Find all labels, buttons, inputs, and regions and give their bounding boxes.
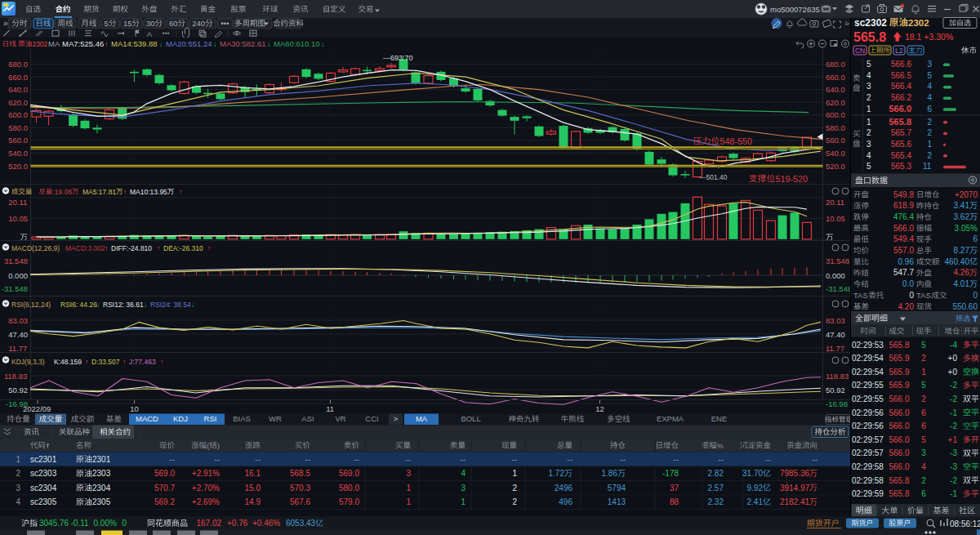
svg-text:2.57: 2.57 bbox=[708, 484, 724, 493]
svg-text:sc2304: sc2304 bbox=[30, 484, 57, 493]
svg-text:02:29:53: 02:29:53 bbox=[852, 341, 884, 350]
svg-text:6: 6 bbox=[921, 489, 926, 498]
svg-text:565.6: 565.6 bbox=[891, 140, 911, 149]
svg-text:MA60:610.10: MA60:610.10 bbox=[274, 39, 320, 48]
svg-text:0.96: 0.96 bbox=[898, 257, 915, 266]
svg-text:10: 10 bbox=[130, 404, 139, 413]
svg-text:+2.91%: +2.91% bbox=[192, 469, 220, 478]
svg-text:5: 5 bbox=[105, 19, 109, 28]
svg-text:3: 3 bbox=[866, 140, 871, 149]
svg-text:--: -- bbox=[673, 455, 679, 464]
svg-text:+0: +0 bbox=[948, 368, 958, 377]
svg-text:565.4: 565.4 bbox=[891, 151, 911, 160]
svg-text:KDJ(9,3,3): KDJ(9,3,3) bbox=[11, 358, 45, 366]
svg-text:47.40: 47.40 bbox=[8, 330, 28, 339]
svg-text:3.41: 3.41 bbox=[954, 201, 970, 210]
svg-text:548-550: 548-550 bbox=[719, 136, 752, 146]
svg-text:9.92: 9.92 bbox=[747, 484, 764, 493]
svg-text:680.0: 680.0 bbox=[826, 60, 845, 69]
svg-text:•••: ••• bbox=[221, 19, 229, 28]
svg-text:2: 2 bbox=[921, 476, 926, 485]
svg-text:+0: +0 bbox=[948, 354, 958, 363]
svg-text:12: 12 bbox=[595, 404, 604, 413]
svg-text:MA30:582.61: MA30:582.61 bbox=[220, 39, 266, 48]
svg-text:5: 5 bbox=[866, 60, 871, 69]
svg-text:566.4: 566.4 bbox=[891, 82, 911, 91]
svg-text:CN: CN bbox=[855, 47, 865, 55]
svg-text:08:56:12: 08:56:12 bbox=[950, 519, 980, 528]
svg-text:%: % bbox=[717, 441, 724, 450]
svg-text:565.9: 565.9 bbox=[889, 368, 910, 377]
svg-text:↓: ↓ bbox=[159, 40, 163, 48]
svg-text:↑: ↑ bbox=[122, 358, 126, 366]
svg-text:3: 3 bbox=[461, 484, 466, 493]
svg-text:DEA:-26.310: DEA:-26.310 bbox=[163, 244, 203, 252]
svg-text:6: 6 bbox=[921, 408, 926, 417]
svg-text:-2: -2 bbox=[950, 381, 957, 390]
svg-text:3.62: 3.62 bbox=[954, 212, 970, 221]
svg-text:4: 4 bbox=[16, 497, 20, 506]
svg-text:16.1: 16.1 bbox=[245, 469, 261, 478]
svg-text:18.1 +3.30%: 18.1 +3.30% bbox=[905, 32, 953, 42]
svg-text:1: 1 bbox=[461, 497, 466, 506]
svg-text:11: 11 bbox=[923, 162, 932, 171]
svg-text:--: -- bbox=[620, 455, 626, 464]
svg-text:566.0: 566.0 bbox=[893, 224, 914, 233]
svg-text:31.548: 31.548 bbox=[4, 256, 28, 265]
svg-text:240: 240 bbox=[192, 19, 205, 28]
svg-text:2.32: 2.32 bbox=[708, 497, 724, 506]
svg-text:--: -- bbox=[567, 455, 572, 464]
svg-text:460.40: 460.40 bbox=[944, 257, 969, 266]
svg-text:6053.43: 6053.43 bbox=[286, 519, 316, 528]
svg-text:550.60: 550.60 bbox=[952, 302, 978, 311]
svg-text:MA: MA bbox=[416, 414, 428, 423]
svg-text:1: 1 bbox=[406, 484, 411, 493]
svg-text:566.0: 566.0 bbox=[889, 408, 910, 417]
svg-text:569.0: 569.0 bbox=[154, 469, 175, 478]
svg-text:620.0: 620.0 bbox=[826, 98, 845, 107]
svg-text:600.0: 600.0 bbox=[8, 110, 28, 119]
svg-text:4.20: 4.20 bbox=[898, 302, 915, 311]
svg-text:3045.76: 3045.76 bbox=[39, 519, 69, 528]
svg-text:5794: 5794 bbox=[608, 484, 626, 493]
svg-text:--: -- bbox=[460, 455, 466, 464]
svg-text:618.9: 618.9 bbox=[893, 201, 914, 210]
svg-text:569.0: 569.0 bbox=[339, 469, 359, 478]
svg-text:↑: ↑ bbox=[105, 244, 108, 252]
svg-text:11.77: 11.77 bbox=[8, 344, 27, 353]
svg-text:RSI(6,12,24): RSI(6,12,24) bbox=[11, 301, 51, 309]
svg-text:2: 2 bbox=[866, 128, 871, 137]
svg-text:02:29:58: 02:29:58 bbox=[852, 476, 884, 485]
svg-text:565.8: 565.8 bbox=[889, 117, 912, 127]
svg-text:02:29:56: 02:29:56 bbox=[852, 408, 884, 417]
svg-text:--: -- bbox=[169, 455, 175, 464]
svg-text:↓: ↓ bbox=[321, 40, 325, 48]
svg-text:565.9: 565.9 bbox=[889, 354, 910, 363]
svg-text:A: A bbox=[147, 29, 153, 38]
svg-text:02:29:56: 02:29:56 bbox=[852, 421, 884, 430]
svg-text:--: -- bbox=[718, 455, 724, 464]
svg-text:31.70: 31.70 bbox=[742, 469, 763, 478]
svg-text:10.05: 10.05 bbox=[826, 214, 845, 223]
svg-text:549.4: 549.4 bbox=[893, 234, 914, 243]
svg-text:MA7:525.46: MA7:525.46 bbox=[62, 39, 104, 48]
svg-text:4.01: 4.01 bbox=[954, 279, 970, 288]
svg-text:2.41: 2.41 bbox=[747, 497, 764, 506]
svg-text:540.0: 540.0 bbox=[8, 149, 28, 158]
svg-text:1.72: 1.72 bbox=[549, 469, 565, 478]
svg-text:567.6: 567.6 bbox=[290, 497, 310, 506]
svg-text:RSI12: 36.61: RSI12: 36.61 bbox=[103, 301, 144, 309]
svg-text:»: » bbox=[844, 18, 849, 28]
svg-text:6: 6 bbox=[973, 234, 978, 243]
svg-text:—501.40: —501.40 bbox=[699, 173, 728, 181]
svg-text:566.0: 566.0 bbox=[889, 104, 912, 114]
svg-text:+1: +1 bbox=[948, 435, 958, 444]
svg-text:ASI: ASI bbox=[301, 414, 314, 423]
svg-text:02:29:55: 02:29:55 bbox=[852, 395, 884, 403]
svg-text:565.7: 565.7 bbox=[891, 128, 911, 137]
svg-text:): ) bbox=[217, 441, 220, 450]
svg-text:1413: 1413 bbox=[608, 497, 626, 506]
svg-text:-3: -3 bbox=[950, 448, 957, 457]
svg-text:—693.70: —693.70 bbox=[383, 54, 413, 62]
svg-text:660.0: 660.0 bbox=[826, 73, 845, 82]
